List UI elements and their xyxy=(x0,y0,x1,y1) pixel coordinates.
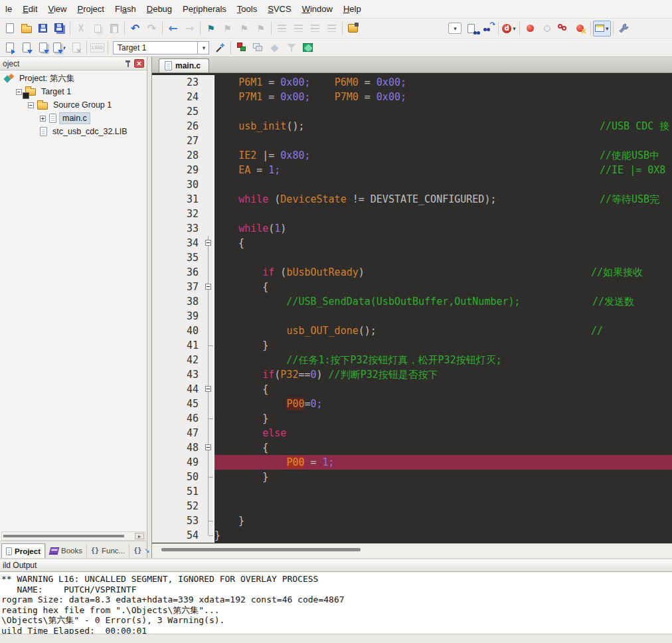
breakpoint-kill-all-button[interactable]: × xyxy=(572,21,588,37)
download-button[interactable]: LOAD xyxy=(89,40,106,56)
navigate-back-button[interactable]: ← xyxy=(165,21,181,37)
code-text[interactable]: } xyxy=(214,411,672,426)
code-line-43[interactable]: 43 if(P32==0) //判断P32按钮是否按下 xyxy=(152,367,672,382)
code-text[interactable] xyxy=(214,484,672,499)
code-line-36[interactable]: 36 if (bUsbOutReady)//如果接收 xyxy=(152,265,672,280)
code-line-53[interactable]: 53 } xyxy=(152,513,672,528)
fold-collapse-icon[interactable] xyxy=(205,284,211,290)
pack-installer-button[interactable] xyxy=(299,40,316,56)
copy-button[interactable] xyxy=(89,21,106,37)
bookmark-prev-button[interactable]: ⚑ xyxy=(219,21,236,37)
code-line-54[interactable]: 54} xyxy=(152,528,672,543)
code-text[interactable]: } xyxy=(214,470,672,484)
code-line-46[interactable]: 46 } xyxy=(152,411,672,426)
open-file-button[interactable] xyxy=(18,21,35,37)
menu-item-debug[interactable]: Debug xyxy=(141,1,177,17)
code-line-26[interactable]: 26 usb_init();//USB CDC 接 xyxy=(152,119,672,134)
code-text[interactable]: P00 = 1; xyxy=(214,455,672,470)
code-text[interactable]: while (DeviceState != DEVSTATE_CONFIGURE… xyxy=(214,192,672,207)
redo-button[interactable]: ↷ xyxy=(143,21,160,37)
code-line-47[interactable]: 47 else xyxy=(152,426,672,440)
code-text[interactable]: { xyxy=(214,440,672,455)
bookmark-next-button[interactable]: ⚑ xyxy=(236,21,252,37)
code-text[interactable] xyxy=(214,207,672,221)
options-for-target-button[interactable] xyxy=(212,40,228,56)
batch-build-button[interactable]: ▾ xyxy=(51,40,68,56)
target-select[interactable]: Target 1 xyxy=(113,41,198,54)
fold-collapse-icon[interactable] xyxy=(205,444,211,450)
code-line-34[interactable]: 34 { xyxy=(152,236,672,250)
collapse-icon[interactable]: − xyxy=(16,89,22,95)
uncomment-button[interactable] xyxy=(323,21,340,37)
code-line-23[interactable]: 23 P6M1 = 0x00; P6M0 = 0x00; xyxy=(152,75,672,90)
code-line-25[interactable]: 25 xyxy=(152,104,672,119)
breakpoint-toggle-button[interactable] xyxy=(522,21,539,37)
rebuild-button[interactable] xyxy=(35,40,51,56)
tree-item-stc-usb-cdc-32-lib[interactable]: stc_usb_cdc_32.LIB xyxy=(0,125,147,138)
code-text[interactable] xyxy=(214,104,672,119)
code-editor[interactable]: 23 P6M1 = 0x00; P6M0 = 0x00;24 P7M1 = 0x… xyxy=(152,73,672,543)
code-line-48[interactable]: 48 { xyxy=(152,440,672,455)
paste-button[interactable] xyxy=(106,21,122,37)
window-layout-button[interactable]: ▾ xyxy=(593,21,611,37)
code-line-31[interactable]: 31 while (DeviceState != DEVSTATE_CONFIG… xyxy=(152,192,672,207)
code-line-33[interactable]: 33 while(1) xyxy=(152,221,672,236)
code-text[interactable]: P6M1 = 0x00; P6M0 = 0x00; xyxy=(214,75,672,90)
code-line-45[interactable]: 45 P00=0; xyxy=(152,397,672,411)
pin-icon[interactable] xyxy=(124,60,132,68)
tree-item-project[interactable]: Project: 第六集 xyxy=(0,72,147,85)
panel-tab-books[interactable]: Books xyxy=(45,543,86,558)
outdent-button[interactable] xyxy=(290,21,307,37)
panel-tab-project[interactable]: Project xyxy=(1,543,45,558)
code-line-32[interactable]: 32 xyxy=(152,207,672,221)
bookmark-clear-button[interactable]: ⚑ xyxy=(252,21,269,37)
find-in-files-button[interactable] xyxy=(463,21,479,37)
menu-item-view[interactable]: View xyxy=(43,1,72,17)
indent-button[interactable] xyxy=(274,21,290,37)
save-button[interactable] xyxy=(35,21,51,37)
code-text[interactable] xyxy=(214,250,672,265)
code-line-38[interactable]: 38 //USB_SendData(UsbOutBuffer,OutNumber… xyxy=(152,294,672,309)
scrollbar-right-arrow-icon[interactable] xyxy=(135,533,144,539)
code-text[interactable]: P00=0; xyxy=(214,397,672,411)
fold-collapse-icon[interactable] xyxy=(205,240,211,246)
menu-item-edit[interactable]: Edit xyxy=(17,1,42,17)
tree-item-source-group-1[interactable]: −Source Group 1 xyxy=(0,98,147,112)
code-line-51[interactable]: 51 xyxy=(152,484,672,499)
menu-item-project[interactable]: Project xyxy=(72,1,109,17)
books-manage-button[interactable] xyxy=(283,40,299,56)
code-text[interactable]: if(P32==0) //判断P32按钮是否按下 xyxy=(214,367,672,382)
code-line-50[interactable]: 50 } xyxy=(152,470,672,484)
code-text[interactable]: { xyxy=(214,382,672,397)
code-text[interactable]: //任务1:按下P32按钮灯真，松开P32按钮灯灭; xyxy=(214,353,672,367)
code-text[interactable]: else xyxy=(214,426,672,440)
code-text[interactable] xyxy=(214,134,672,148)
code-line-52[interactable]: 52 xyxy=(152,499,672,513)
menu-item-tools[interactable]: Tools xyxy=(232,1,262,17)
navigate-forward-button[interactable]: → xyxy=(181,21,198,37)
search-combo[interactable]: ▾ xyxy=(446,21,463,37)
code-line-27[interactable]: 27 xyxy=(152,134,672,148)
translate-button[interactable] xyxy=(1,40,18,56)
menu-item-peripherals[interactable]: Peripherals xyxy=(177,1,232,17)
tree-item-target-1[interactable]: −Target 1 xyxy=(0,85,147,98)
menu-item-help[interactable]: Help xyxy=(338,1,367,17)
file-extensions-button[interactable] xyxy=(250,40,266,56)
menu-item-svcs[interactable]: SVCS xyxy=(262,1,296,17)
new-file-button[interactable] xyxy=(1,21,18,37)
menu-item-flash[interactable]: Flash xyxy=(110,1,141,17)
project-panel-hscrollbar[interactable] xyxy=(1,531,145,541)
code-text[interactable]: { xyxy=(214,280,672,294)
code-text[interactable]: P7M1 = 0x00; P7M0 = 0x00; xyxy=(214,90,672,104)
code-text[interactable]: EA = 1;//IE |= 0X8 xyxy=(214,163,672,177)
configuration-button[interactable] xyxy=(616,21,632,37)
code-text[interactable]: { xyxy=(214,236,672,250)
stop-build-button[interactable]: × xyxy=(68,40,84,56)
code-line-49[interactable]: 49 P00 = 1; xyxy=(152,455,672,470)
breakpoint-disable-all-button[interactable] xyxy=(555,21,572,37)
code-text[interactable]: usb_init();//USB CDC 接 xyxy=(214,119,672,134)
breakpoint-enable-button[interactable] xyxy=(539,21,555,37)
tab-main-c[interactable]: main.c xyxy=(159,58,209,72)
find-button[interactable]: d▾ xyxy=(501,21,517,37)
code-line-29[interactable]: 29 EA = 1;//IE |= 0X8 xyxy=(152,163,672,177)
